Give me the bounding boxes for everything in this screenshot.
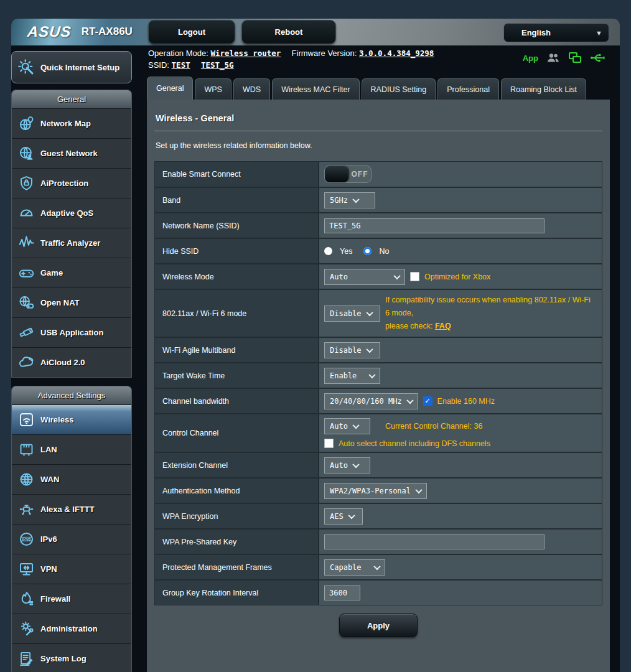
control-channel-select[interactable]: Auto: [324, 418, 370, 434]
gear-tools-icon: [18, 620, 35, 637]
enable-160mhz-checkbox[interactable]: [423, 396, 432, 406]
sidebar-item-label: Adaptive QoS: [40, 208, 93, 218]
sidebar-item-vpn[interactable]: VPN: [12, 554, 131, 584]
sidebar-item-lan[interactable]: LAN: [12, 434, 131, 464]
select-value: Auto: [330, 461, 348, 470]
apply-button[interactable]: Apply: [339, 614, 418, 637]
hide-ssid-radio-yes[interactable]: [324, 247, 332, 255]
sidebar-item-alexa-ifttt[interactable]: Alexa & IFTTT: [12, 494, 131, 524]
reboot-button[interactable]: Reboot: [241, 20, 336, 44]
wireless-settings-table: Enable Smart Connect OFF Band 5GHz Ne: [154, 161, 602, 605]
firmware-version-link[interactable]: 3.0.0.4.384_9298: [359, 49, 434, 58]
quick-internet-setup-button[interactable]: Quick Internet Setup: [11, 51, 132, 83]
ssid-link-24g[interactable]: TEST: [172, 60, 190, 70]
wpa-pre-shared-key-input[interactable]: [324, 534, 545, 549]
sidebar-item-label: LAN: [40, 445, 57, 454]
select-value: Disable: [330, 309, 362, 318]
sidebar-item-label: Alexa & IFTTT: [40, 505, 95, 514]
field-label: 802.11ax / Wi-Fi 6 mode: [155, 290, 319, 337]
sidebar-item-administration[interactable]: Administration: [12, 614, 131, 643]
users-icon[interactable]: [546, 52, 560, 63]
sidebar-item-ipv6[interactable]: IPv6 IPv6: [12, 524, 131, 554]
tab-roaming-block-list[interactable]: Roaming Block List: [501, 78, 586, 100]
sidebar-item-game[interactable]: Game: [12, 258, 131, 287]
sidebar-item-system-log[interactable]: System Log: [12, 643, 131, 672]
tab-wps[interactable]: WPS: [195, 78, 231, 100]
chevron-down-icon: [352, 195, 359, 202]
language-dropdown[interactable]: English ▼: [503, 23, 609, 42]
infobar-line2: SSID: TEST TEST_5G: [148, 59, 434, 71]
sidebar-item-label: IPv6: [40, 534, 57, 544]
ax-mode-select[interactable]: Disable: [324, 306, 380, 322]
waveform-icon: [18, 235, 35, 251]
sidebar-item-traffic-analyzer[interactable]: Traffic Analyzer: [12, 228, 131, 258]
select-value: Disable: [330, 346, 362, 355]
sidebar-item-label: Firewall: [40, 594, 70, 604]
sidebar-item-adaptive-qos[interactable]: Adaptive QoS: [12, 198, 131, 228]
guest-network-icon: [18, 145, 35, 162]
toggle-knob: [325, 166, 348, 182]
tab-professional[interactable]: Professional: [437, 78, 499, 100]
sidebar-item-guest-network[interactable]: Guest Network: [12, 138, 131, 168]
chevron-down-icon: ▼: [596, 29, 602, 37]
tab-radius-setting[interactable]: RADIUS Setting: [362, 78, 436, 100]
network-map-icon: [18, 115, 35, 132]
select-value: WPA2/WPA3-Personal: [330, 487, 411, 495]
dfs-channels-checkbox[interactable]: [324, 439, 334, 448]
band-select[interactable]: 5GHz: [324, 192, 375, 208]
usb-icon[interactable]: [590, 52, 605, 63]
wpa-encryption-select[interactable]: AES: [324, 508, 363, 525]
smart-connect-toggle[interactable]: OFF: [324, 166, 372, 183]
sidebar-item-wireless[interactable]: Wireless: [12, 404, 131, 434]
page-title: Wireless - General: [156, 113, 601, 123]
faq-link[interactable]: FAQ: [435, 322, 451, 330]
app-link[interactable]: App: [523, 54, 538, 63]
sidebar-item-wan[interactable]: WAN: [12, 464, 131, 494]
row-wireless-mode: Wireless Mode Auto Optimized for Xbox: [155, 264, 602, 290]
extension-channel-select[interactable]: Auto: [324, 457, 370, 474]
channel-bandwidth-select[interactable]: 20/40/80/160 MHz: [324, 393, 418, 409]
group-key-rotation-input[interactable]: [324, 586, 360, 600]
field-label: Enable Smart Connect: [155, 162, 319, 187]
authentication-method-select[interactable]: WPA2/WPA3-Personal: [324, 483, 427, 499]
sidebar-item-usb-application[interactable]: USB Application: [12, 317, 131, 347]
log-document-icon: [18, 650, 35, 667]
wireless-mode-select[interactable]: Auto: [324, 269, 405, 285]
wireless-tabbar: General WPS WDS Wireless MAC Filter RADI…: [147, 73, 588, 100]
ssid-link-5g[interactable]: TEST_5G: [201, 60, 234, 70]
sidebar-item-firewall[interactable]: Firewall: [12, 584, 131, 614]
ssid-input[interactable]: [324, 218, 545, 233]
field-label: Protected Management Frames: [155, 555, 319, 579]
sidebar-item-open-nat[interactable]: Open NAT: [12, 287, 131, 317]
logout-button[interactable]: Logout: [148, 20, 235, 44]
tab-general[interactable]: General: [147, 77, 193, 100]
ssid-label: SSID:: [148, 60, 169, 70]
hide-ssid-radio-no[interactable]: [363, 247, 372, 255]
compatibility-note: If compatibility issue occurs when enabl…: [385, 294, 597, 333]
sidebar-item-label: WAN: [40, 475, 59, 484]
chevron-down-icon: [348, 511, 355, 518]
devices-icon[interactable]: [568, 52, 582, 64]
sidebar-item-aicloud[interactable]: AiCloud 2.0: [12, 347, 131, 377]
target-wake-time-select[interactable]: Enable: [324, 368, 380, 384]
row-control-channel: Control Channel Auto Current Control Cha…: [155, 414, 602, 453]
row-group-key-rotation: Group Key Rotation Interval: [155, 581, 602, 605]
sidebar-item-label: Open NAT: [40, 298, 80, 307]
router-admin-app: ASUS RT-AX86U Logout Reboot English ▼ Op…: [11, 19, 620, 672]
field-label: Group Key Rotation Interval: [155, 581, 319, 605]
sidebar-item-aiprotection[interactable]: AiProtection: [12, 168, 131, 198]
tab-wireless-mac-filter[interactable]: Wireless MAC Filter: [272, 78, 359, 100]
sidebar-item-label: System Log: [40, 654, 86, 663]
operation-mode-label: Operation Mode:: [148, 49, 208, 58]
lan-port-icon: [18, 441, 35, 458]
optimized-for-xbox-checkbox[interactable]: [410, 272, 419, 281]
page-description: Set up the wireless related information …: [156, 141, 601, 150]
tab-wds[interactable]: WDS: [233, 78, 270, 100]
protected-management-frames-select[interactable]: Capable: [324, 559, 385, 576]
select-value: Auto: [330, 273, 348, 281]
operation-mode-link[interactable]: Wireless router: [210, 49, 281, 58]
agile-multiband-select[interactable]: Disable: [324, 342, 380, 358]
field-label: Hide SSID: [155, 239, 319, 263]
firmware-label: Firmware Version:: [292, 49, 357, 58]
sidebar-item-network-map[interactable]: Network Map: [12, 108, 131, 138]
